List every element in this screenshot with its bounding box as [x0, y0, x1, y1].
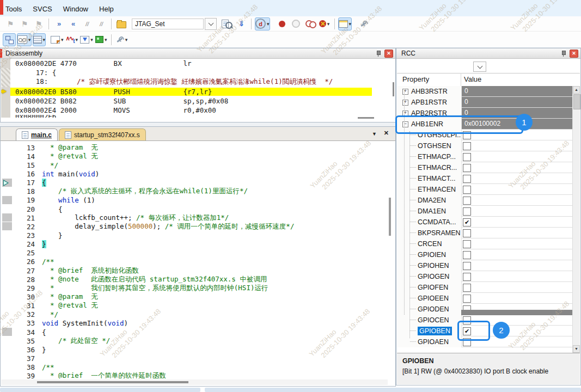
bit-checkbox[interactable]: ✔	[463, 218, 471, 226]
analysis-windows-button[interactable]: ∧∿t▾	[65, 33, 79, 46]
kill-all-breakpoints-button[interactable]	[304, 17, 317, 30]
bit-checkbox[interactable]	[463, 175, 471, 183]
pin-icon[interactable]	[376, 50, 381, 57]
expand-icon[interactable]: +	[402, 89, 408, 95]
register-description-text: [Bit 1] RW (@ 0x40023830) IO port B cloc…	[402, 367, 574, 375]
bit-checkbox[interactable]	[463, 284, 471, 292]
tab-list-icon[interactable]: ▼	[372, 131, 377, 137]
bit-checkbox[interactable]	[463, 229, 471, 237]
target-select-dropdown[interactable]	[205, 18, 217, 30]
disassembly-content[interactable]: 0x080002DE 4770 BX lr 17: { 18: /* 宓屽叆寮忕…	[1, 59, 388, 118]
tab-main.c[interactable]: main.c	[16, 128, 58, 140]
menu-item-help[interactable]: Help	[94, 4, 119, 16]
menu-bar: ToolsSVCSWindowHelp	[0, 0, 581, 16]
dropdown-icon: ▾	[327, 21, 330, 27]
bookmark-clear-button[interactable]: ⚑	[32, 17, 45, 30]
outdent-button[interactable]: «	[66, 17, 79, 30]
scroll-up-icon[interactable]: ▲	[573, 86, 580, 94]
register-row-GPIOEEN[interactable]: GPIOEEN	[397, 293, 574, 304]
uncomment-button[interactable]: //	[95, 17, 108, 30]
pin-icon[interactable]	[561, 50, 566, 57]
indent-button[interactable]: »	[52, 17, 65, 30]
close-icon[interactable]: ✕	[384, 50, 393, 58]
system-viewer-button[interactable]: ▾	[79, 33, 94, 46]
bit-checkbox[interactable]	[463, 153, 471, 161]
register-row-BKPSRAMEN[interactable]: BKPSRAMEN	[397, 228, 574, 238]
bookmark-toggle-button[interactable]: ⚑	[4, 17, 17, 30]
command-window-icon	[5, 36, 14, 44]
menu-item-svcs[interactable]: SVCS	[27, 4, 57, 16]
disassembly-line: 0x080002DE 4770 BX lr	[1, 59, 388, 68]
debug-settings-button[interactable]: ▾	[115, 33, 129, 46]
bit-checkbox[interactable]	[463, 295, 471, 303]
memory-windows-button[interactable]: ▾	[33, 33, 46, 46]
register-row-ETHMACEN[interactable]: ETHMACEN	[397, 184, 574, 195]
debug-view-button[interactable]: d▾	[255, 17, 270, 30]
rcc-title-bar[interactable]: RCC ✕	[396, 48, 580, 59]
code-line-39: 39 * @brief 一个简单的软件延时函数	[1, 372, 388, 378]
close-icon[interactable]: ✕	[570, 50, 578, 58]
register-row-GPIOGEN[interactable]: GPIOGEN	[397, 271, 574, 282]
bookmark-next-button[interactable]: ⚑	[18, 17, 31, 30]
bit-checkbox[interactable]	[463, 197, 471, 205]
bit-checkbox[interactable]	[463, 164, 471, 172]
scrollbar-thumb[interactable]	[573, 94, 580, 109]
configure-button[interactable]	[357, 17, 370, 30]
bit-checkbox[interactable]	[463, 251, 471, 259]
register-row-OTGHSEN[interactable]: OTGHSEN	[397, 140, 574, 151]
menu-item-window[interactable]: Window	[58, 4, 94, 16]
disable-all-breakpoints-button[interactable]: ▾	[318, 17, 331, 30]
open-target-options-button[interactable]	[115, 17, 128, 30]
disassembly-title-bar[interactable]: Disassembly ✕	[1, 48, 395, 59]
code-area[interactable]: 13 * @param 无14 * @retval 无15 */16int ma…	[1, 143, 388, 378]
register-row-APB1RSTR[interactable]: +APB1RSTR0	[397, 97, 574, 108]
bit-checkbox[interactable]	[463, 207, 471, 216]
register-row-DMA2EN[interactable]: DMA2EN	[397, 195, 574, 206]
code-line-29: 29 * 我们暂时将其留空，系统将使用默认的内部时钟(HSI)运行	[1, 284, 388, 292]
tab-label: main.c	[31, 131, 52, 139]
editor-horizontal-scrollbar[interactable]	[1, 379, 388, 385]
register-row-ETHMACT[interactable]: ETHMACT...	[397, 173, 574, 184]
command-window-button[interactable]	[3, 33, 16, 46]
expand-icon[interactable]: +	[402, 100, 408, 106]
bit-checkbox[interactable]	[463, 186, 471, 194]
register-row-GPIOFEN[interactable]: GPIOFEN	[397, 282, 574, 293]
insert-breakpoint-button[interactable]	[276, 17, 289, 30]
menu-item-tools[interactable]: Tools	[0, 4, 27, 16]
breakpoints-kill-icon	[305, 20, 315, 27]
toolbox-button[interactable]: ▾	[95, 33, 108, 46]
bit-checkbox[interactable]	[463, 240, 471, 248]
bit-checkbox[interactable]	[463, 262, 471, 270]
register-row-DMA1EN[interactable]: DMA1EN	[397, 206, 574, 217]
register-row-GPIOHEN[interactable]: GPIOHEN	[397, 260, 574, 271]
jump-to-button[interactable]: ⇓	[235, 17, 248, 30]
serial-windows-button[interactable]: ▾	[50, 33, 64, 46]
target-select-combo[interactable]: JTAG_Set	[132, 19, 204, 29]
comment-button[interactable]: //	[81, 17, 94, 30]
panel-splitter[interactable]	[0, 122, 396, 126]
tab-close-icon[interactable]: ✕	[384, 130, 389, 137]
rcc-vertical-scrollbar[interactable]: ▲ ▼	[572, 86, 580, 353]
scroll-down-icon[interactable]: ▼	[573, 345, 580, 353]
disassembly-horizontal-scrollbar[interactable]	[358, 117, 374, 119]
bit-checkbox[interactable]	[463, 142, 471, 150]
disassembly-vertical-scrollbar[interactable]	[393, 82, 394, 96]
register-row-GPIOIEN[interactable]: GPIOIEN	[397, 249, 574, 260]
register-filter-combo[interactable]	[473, 62, 486, 72]
register-row-ETHMACR[interactable]: ETHMACR...	[397, 162, 574, 173]
register-row-AHB3RSTR[interactable]: +AHB3RSTR0	[397, 86, 574, 97]
workspace-windows-button[interactable]: ▾	[338, 17, 352, 30]
editor-vertical-scrollbar[interactable]	[389, 198, 391, 236]
memory-window-icon	[33, 36, 42, 44]
bit-checkbox[interactable]	[463, 273, 471, 281]
register-row-CRCEN[interactable]: CRCEN	[397, 238, 574, 249]
watch-windows-button[interactable]: ▾	[17, 33, 32, 46]
code-line-27: 27 * @brief 系统初始化函数	[1, 266, 388, 275]
tab-startup_stm32f407xx.s[interactable]: startup_stm32f407xx.s	[59, 128, 146, 140]
indent-icon: »	[57, 20, 60, 28]
disassembly-title: Disassembly	[5, 50, 42, 57]
disable-breakpoint-button[interactable]	[290, 17, 303, 30]
find-in-files-button[interactable]	[221, 17, 234, 30]
register-row-ETHMACP[interactable]: ETHMACP...	[397, 151, 574, 162]
register-row-CCMDATA[interactable]: CCMDATA...✔	[397, 217, 574, 228]
